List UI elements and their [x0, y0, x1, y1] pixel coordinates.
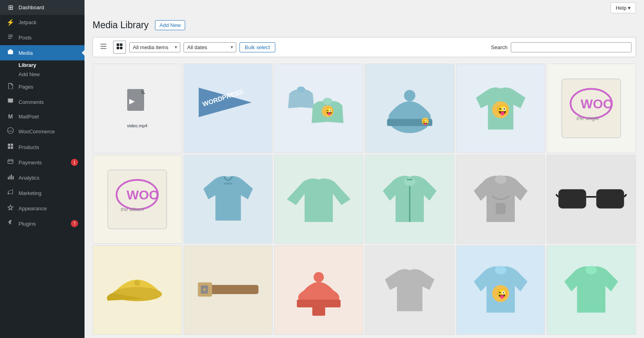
media-item-sunglasses[interactable] — [547, 155, 636, 244]
content-area: Media Library Add New All media items Im… — [85, 16, 644, 338]
mailpoet-icon: M — [6, 113, 14, 120]
media-item-yellow-cap[interactable] — [93, 245, 182, 335]
sidebar-sub-add-new[interactable]: Add New — [0, 70, 85, 79]
svg-rect-64 — [312, 306, 325, 316]
media-item-zip-hoodie[interactable] — [365, 155, 454, 244]
list-view-icon — [100, 43, 107, 50]
svg-rect-45 — [224, 182, 232, 184]
add-new-button[interactable]: Add New — [155, 20, 185, 30]
sidebar-item-pages[interactable]: Pages — [0, 79, 85, 94]
svg-text:the single: the single — [577, 115, 599, 121]
svg-rect-51 — [597, 189, 624, 208]
media-item-gray-hoodie[interactable] — [456, 155, 545, 244]
help-button[interactable]: Help ▾ — [611, 2, 636, 13]
media-item-hoodie-blue-emoji[interactable]: 😜 — [456, 245, 545, 335]
date-filter-wrap: All dates January 2024 December 2023 — [184, 42, 236, 52]
media-item-polo-blue[interactable] — [184, 155, 273, 244]
sidebar-item-appearance[interactable]: Appearance — [0, 201, 85, 216]
date-filter[interactable]: All dates January 2024 December 2023 — [184, 42, 236, 52]
active-arrow — [82, 50, 85, 56]
woo-album-image: WOO the album — [102, 164, 173, 235]
svg-rect-50 — [559, 189, 586, 208]
page-header: Media Library Add New — [93, 20, 636, 31]
grid-view-button[interactable] — [113, 41, 126, 54]
toolbar: All media items Images Audio Video All d… — [93, 37, 636, 57]
sidebar-item-media[interactable]: Media — [0, 45, 85, 60]
media-item-tshirt-green[interactable]: 😜 — [456, 64, 545, 153]
sidebar-item-dashboard[interactable]: ⊞ Dashboard — [0, 0, 85, 15]
media-item-woo-single[interactable]: WOO the single — [547, 64, 636, 153]
tshirt-green-image: 😜 — [465, 73, 536, 144]
grid-view-icon — [116, 43, 123, 50]
sidebar-sub-library[interactable]: Library — [0, 60, 85, 70]
woo-single-image: WOO the single — [556, 73, 627, 144]
svg-rect-12 — [13, 176, 14, 179]
sidebar-item-label: Analytics — [19, 175, 39, 181]
bulk-select-button[interactable]: Bulk select — [239, 42, 275, 52]
video-filename: video.mp4 — [127, 123, 147, 128]
sidebar-item-label: Payments — [19, 160, 42, 166]
svg-text:the album: the album — [121, 206, 144, 212]
media-item-belt[interactable] — [184, 245, 273, 335]
svg-point-26 — [297, 87, 305, 93]
sidebar-item-payments[interactable]: Payments 1 — [0, 155, 85, 170]
media-item-tshirt-gray[interactable] — [365, 245, 454, 335]
svg-rect-0 — [8, 50, 13, 54]
svg-rect-8 — [8, 161, 13, 162]
svg-line-54 — [624, 194, 627, 197]
media-item-longsleeve[interactable] — [274, 155, 363, 244]
svg-point-27 — [323, 97, 332, 105]
svg-rect-7 — [8, 160, 13, 164]
svg-rect-9 — [8, 177, 9, 179]
svg-point-46 — [404, 177, 415, 186]
beanie-orange-image — [283, 255, 354, 326]
sidebar-item-posts[interactable]: Posts — [0, 30, 85, 45]
main-content: Help ▾ Media Library Add New All media i… — [85, 0, 644, 338]
longsleeve-image — [283, 164, 354, 235]
sidebar-item-analytics[interactable]: Analytics — [0, 170, 85, 185]
media-item-video[interactable]: ▶ video.mp4 — [93, 64, 182, 153]
svg-point-66 — [495, 266, 506, 274]
media-item-pennant[interactable]: WORDPRESS — [184, 64, 273, 153]
sidebar-item-marketing[interactable]: Marketing — [0, 185, 85, 201]
sidebar-item-mailpoet[interactable]: M MailPoet — [0, 110, 85, 123]
sidebar-item-comments[interactable]: Comments — [0, 94, 85, 110]
media-item-beanie-orange[interactable] — [274, 245, 363, 335]
sidebar-item-plugins[interactable]: Plugins 7 — [0, 216, 85, 231]
svg-rect-15 — [101, 46, 106, 47]
sidebar-item-label: WooCommerce — [19, 129, 55, 135]
svg-text:▶: ▶ — [129, 97, 135, 105]
sidebar-item-woocommerce[interactable]: woo WooCommerce — [0, 123, 85, 139]
svg-text:WOO: WOO — [581, 97, 613, 111]
plugins-icon — [6, 220, 14, 228]
media-item-woo-album[interactable]: WOO the album — [93, 155, 182, 244]
svg-line-53 — [556, 194, 558, 197]
svg-text:woo: woo — [8, 130, 13, 132]
posts-icon — [6, 33, 14, 41]
media-item-hoodie-mint[interactable] — [547, 245, 636, 335]
sidebar-item-products[interactable]: Products — [0, 139, 85, 155]
sidebar-item-label: Posts — [19, 35, 32, 41]
sidebar-item-label: Jetpack — [19, 19, 37, 25]
svg-text:WOO: WOO — [126, 188, 159, 202]
svg-rect-19 — [117, 47, 119, 49]
sidebar-item-label: Plugins — [19, 221, 36, 227]
belt-image — [193, 255, 264, 326]
sub-label: Library — [19, 62, 36, 68]
svg-text:😜: 😜 — [422, 118, 429, 125]
svg-rect-10 — [10, 176, 10, 180]
media-item-hoodies[interactable]: 😜 — [274, 64, 363, 153]
search-input[interactable] — [511, 42, 632, 52]
media-type-filter[interactable]: All media items Images Audio Video — [129, 42, 180, 52]
payments-icon — [6, 158, 14, 166]
marketing-icon — [6, 189, 14, 197]
beanie-blue-image: 😜 — [374, 73, 445, 144]
pages-icon — [6, 83, 14, 91]
sub-label: Add New — [19, 71, 40, 77]
sidebar-item-jetpack[interactable]: ⚡ Jetpack — [0, 15, 85, 30]
dashboard-icon: ⊞ — [6, 4, 14, 11]
sidebar-item-label: Comments — [19, 99, 44, 105]
sidebar-item-label: Dashboard — [19, 4, 44, 10]
list-view-button[interactable] — [97, 41, 110, 54]
media-item-beanie-blue[interactable]: 😜 — [365, 64, 454, 153]
